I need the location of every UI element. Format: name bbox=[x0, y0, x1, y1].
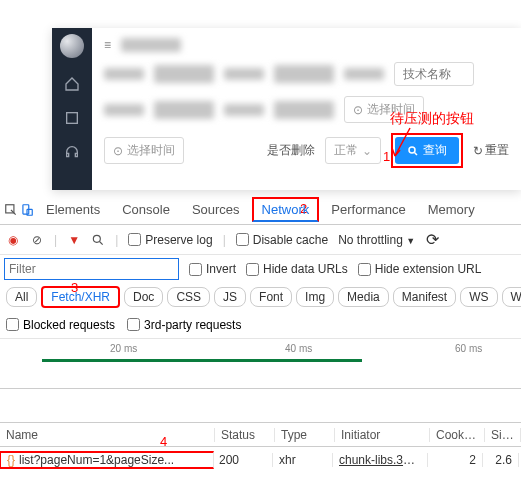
type-fetch-xhr[interactable]: Fetch/XHR bbox=[41, 286, 120, 308]
hide-data-urls-checkbox[interactable]: Hide data URLs bbox=[246, 262, 348, 276]
preserve-log-checkbox[interactable]: Preserve log bbox=[128, 233, 212, 247]
xhr-icon: {} bbox=[7, 453, 15, 467]
type-ws[interactable]: WS bbox=[460, 287, 497, 307]
reset-button[interactable]: ↻重置 bbox=[473, 142, 509, 159]
collapse-icon[interactable]: ≡ bbox=[104, 38, 111, 52]
tick-20: 20 ms bbox=[110, 343, 137, 354]
label-blur bbox=[104, 68, 144, 80]
breadcrumb bbox=[121, 38, 181, 52]
type-js[interactable]: JS bbox=[214, 287, 246, 307]
headset-icon[interactable] bbox=[64, 144, 80, 160]
tab-memory[interactable]: Memory bbox=[418, 197, 485, 222]
filter-row: Invert Hide data URLs Hide extension URL bbox=[0, 255, 521, 283]
annotation-1: 1 bbox=[383, 149, 390, 164]
type-wasm[interactable]: Wasm bbox=[502, 287, 522, 307]
name-input[interactable] bbox=[394, 62, 474, 86]
input-blur bbox=[274, 65, 334, 83]
request-row[interactable]: {} list?pageNum=1&pageSize... 200 xhr ch… bbox=[0, 447, 521, 473]
type-css[interactable]: CSS bbox=[167, 287, 210, 307]
waterfall-timeline[interactable]: 20 ms 40 ms 60 ms bbox=[0, 339, 521, 389]
app-window: ≡ ⊙选择时间 ⊙选择时间 是否删除 正常 ⌄ 查 bbox=[52, 28, 521, 190]
tab-sources[interactable]: Sources bbox=[182, 197, 250, 222]
search-icon[interactable] bbox=[91, 233, 105, 247]
label-blur bbox=[224, 68, 264, 80]
request-table-header: Name Status Type Initiator Cookies Size bbox=[0, 423, 521, 447]
devtools-tabs: Elements Console Sources Network Perform… bbox=[0, 195, 521, 225]
delete-label: 是否删除 bbox=[267, 142, 315, 159]
disable-cache-checkbox[interactable]: Disable cache bbox=[236, 233, 328, 247]
svg-rect-0 bbox=[67, 113, 78, 124]
col-size[interactable]: Size bbox=[485, 428, 521, 442]
tick-60: 60 ms bbox=[455, 343, 482, 354]
svg-point-5 bbox=[93, 235, 100, 242]
select-time-2[interactable]: ⊙选择时间 bbox=[104, 137, 184, 164]
third-party-checkbox[interactable]: 3rd-party requests bbox=[127, 318, 241, 332]
annotation-label: 待压测的按钮 bbox=[390, 110, 474, 128]
home-icon[interactable] bbox=[64, 76, 80, 92]
type-doc[interactable]: Doc bbox=[124, 287, 163, 307]
delete-select[interactable]: 正常 ⌄ bbox=[325, 137, 381, 164]
app-sidebar bbox=[52, 28, 92, 190]
input-blur bbox=[274, 101, 334, 119]
input-blur bbox=[154, 65, 214, 83]
col-cookies[interactable]: Cookies bbox=[430, 428, 485, 442]
request-initiator[interactable]: chunk-libs.3d9... bbox=[333, 453, 428, 467]
invert-checkbox[interactable]: Invert bbox=[189, 262, 236, 276]
request-type: xhr bbox=[273, 453, 333, 467]
timeline-spacer bbox=[0, 389, 521, 423]
input-blur bbox=[154, 101, 214, 119]
clear-icon[interactable]: ⊘ bbox=[30, 233, 44, 247]
request-name: list?pageNum=1&pageSize... bbox=[19, 453, 174, 467]
search-button[interactable]: 查询 bbox=[395, 137, 459, 164]
col-initiator[interactable]: Initiator bbox=[335, 428, 430, 442]
inspect-icon[interactable] bbox=[4, 203, 18, 217]
request-size: 2.6 bbox=[483, 453, 519, 467]
request-type-filters: All Fetch/XHR Doc CSS JS Font Img Media … bbox=[0, 283, 521, 311]
module-icon[interactable] bbox=[64, 110, 80, 126]
tab-network[interactable]: Network bbox=[252, 197, 320, 222]
wifi-icon[interactable]: ⟳ bbox=[425, 233, 439, 247]
filter-icon[interactable]: ▼ bbox=[67, 233, 81, 247]
app-main: ≡ ⊙选择时间 ⊙选择时间 是否删除 正常 ⌄ 查 bbox=[92, 28, 521, 190]
label-blur bbox=[104, 104, 144, 116]
col-type[interactable]: Type bbox=[275, 428, 335, 442]
type-all[interactable]: All bbox=[6, 287, 37, 307]
blocked-requests-checkbox[interactable]: Blocked requests bbox=[6, 318, 115, 332]
request-cookies: 2 bbox=[428, 453, 483, 467]
type-img[interactable]: Img bbox=[296, 287, 334, 307]
type-media[interactable]: Media bbox=[338, 287, 389, 307]
avatar[interactable] bbox=[60, 34, 84, 58]
type-manifest[interactable]: Manifest bbox=[393, 287, 456, 307]
record-icon[interactable]: ◉ bbox=[6, 233, 20, 247]
device-icon[interactable] bbox=[20, 203, 34, 217]
col-status[interactable]: Status bbox=[215, 428, 275, 442]
filter-input[interactable] bbox=[4, 258, 179, 280]
tick-40: 40 ms bbox=[285, 343, 312, 354]
throttling-select[interactable]: No throttling ▼ bbox=[338, 233, 415, 247]
label-blur bbox=[224, 104, 264, 116]
label-blur bbox=[344, 68, 384, 80]
tab-console[interactable]: Console bbox=[112, 197, 180, 222]
request-status: 200 bbox=[213, 453, 273, 467]
hide-extension-urls-checkbox[interactable]: Hide extension URL bbox=[358, 262, 482, 276]
search-icon bbox=[407, 145, 419, 157]
svg-point-1 bbox=[409, 147, 415, 153]
request-options: Blocked requests 3rd-party requests bbox=[0, 311, 521, 339]
waterfall-bar bbox=[42, 359, 362, 362]
devtools-panel: Elements Console Sources Network Perform… bbox=[0, 195, 521, 473]
tab-performance[interactable]: Performance bbox=[321, 197, 415, 222]
network-controls: ◉ ⊘ | ▼ | Preserve log | Disable cache N… bbox=[0, 225, 521, 255]
tab-elements[interactable]: Elements bbox=[36, 197, 110, 222]
col-name[interactable]: Name bbox=[0, 428, 215, 442]
type-font[interactable]: Font bbox=[250, 287, 292, 307]
